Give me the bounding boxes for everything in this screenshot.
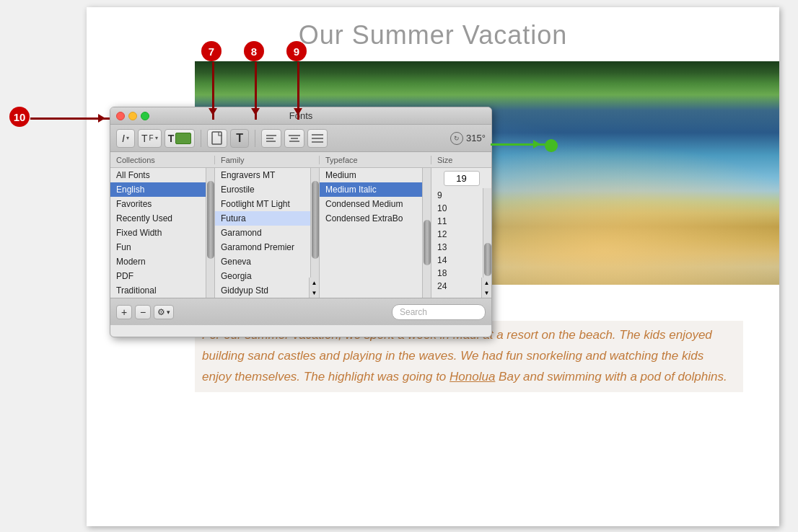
family-georgia[interactable]: Georgia [215, 269, 319, 283]
family-list: Engravers MT Eurostile Footlight MT Ligh… [215, 168, 320, 298]
size-scroll-down[interactable]: ▼ [482, 288, 491, 298]
family-footlight[interactable]: Footlight MT Light [215, 197, 319, 211]
family-scroll-arrows: ▲ ▼ [309, 278, 319, 298]
family-geneva[interactable]: Geneva [215, 254, 319, 269]
typeface-condensed-medium[interactable]: Condensed Medium [320, 197, 431, 211]
family-garamond-premier[interactable]: Garamond Premier [215, 240, 319, 254]
annotation-8: 8 [244, 41, 264, 61]
typeface-medium[interactable]: Medium [320, 168, 431, 182]
family-scroll-thumb[interactable] [312, 181, 319, 259]
typeface-list: Medium Medium Italic Condensed Medium Co… [320, 168, 431, 298]
doc-icon-button[interactable] [207, 129, 227, 148]
collections-header: Collections [110, 156, 215, 164]
family-scroll-down[interactable]: ▼ [310, 288, 319, 298]
arrow-7 [212, 62, 214, 120]
italic-button[interactable]: I ▾ [116, 129, 135, 148]
collection-fun[interactable]: Fun [110, 240, 214, 254]
color-swatch [175, 133, 191, 144]
rotation-display: ↻ 315° [450, 132, 486, 145]
collection-modern[interactable]: Modern [110, 254, 214, 269]
italic-icon: I [122, 133, 125, 144]
text-T-icon: T [168, 133, 175, 144]
align-center-icon [288, 133, 301, 144]
toolbar-separator-1 [201, 130, 201, 147]
collection-favorites[interactable]: Favorites [110, 197, 214, 211]
typeface-medium-italic[interactable]: Medium Italic [320, 182, 431, 197]
family-giddyup[interactable]: Giddyup Std [215, 283, 319, 298]
text-style-icon: T [141, 133, 148, 144]
size-scroll-arrows: ▲ ▼ [481, 278, 491, 298]
size-scroll-up[interactable]: ▲ [482, 278, 491, 288]
italic-dropdown-arrow: ▾ [126, 135, 129, 141]
annotation-10: 10 [9, 107, 30, 127]
collection-traditional[interactable]: Traditional [110, 283, 214, 298]
gear-dropdown-arrow: ▾ [167, 309, 170, 316]
panel-toolbar: I ▾ T F ▾ T T [110, 125, 491, 152]
family-engravers[interactable]: Engravers MT [215, 168, 319, 182]
family-header: Family [215, 156, 320, 164]
arrow-9 [297, 62, 299, 120]
collection-recently-used[interactable]: Recently Used [110, 211, 214, 226]
collection-all-fonts[interactable]: All Fonts [110, 168, 214, 182]
collections-list: All Fonts English Favorites Recently Use… [110, 168, 215, 298]
text-color-button[interactable]: T [165, 129, 196, 148]
family-scroll-up[interactable]: ▲ [310, 278, 319, 288]
green-arrow [491, 143, 545, 146]
svg-rect-0 [212, 132, 222, 144]
family-eurostile[interactable]: Eurostile [215, 182, 319, 197]
gear-icon: ⚙ [157, 307, 165, 317]
collection-fixed-width[interactable]: Fixed Width [110, 226, 214, 240]
family-garamond[interactable]: Garamond [215, 226, 319, 240]
typeface-condensed-extrabo[interactable]: Condensed ExtraBo [320, 211, 431, 226]
green-dot [545, 139, 558, 152]
search-box[interactable]: Search [392, 304, 486, 320]
text-style-dropdown-arrow: ▾ [155, 135, 158, 141]
align-center-button[interactable] [284, 129, 304, 148]
typeface-header: Typeface [320, 156, 431, 164]
arrow-10 [30, 118, 110, 120]
close-button[interactable] [116, 112, 125, 120]
size-column: 9 10 11 12 13 14 18 24 ▲ ▼ [431, 168, 491, 298]
family-futura[interactable]: Futura [215, 211, 319, 226]
titlebar-dots [116, 112, 149, 120]
collections-scroll-thumb[interactable] [207, 181, 214, 259]
annotation-7: 7 [201, 41, 222, 61]
size-header: Size [431, 156, 491, 164]
rotation-circle-icon: ↻ [450, 132, 463, 145]
typeface-scrollbar[interactable] [422, 168, 431, 298]
annotation-9: 9 [286, 41, 307, 61]
typeface-scroll-thumb[interactable] [424, 220, 431, 265]
collection-english[interactable]: English [110, 182, 214, 197]
column-headers: Collections Family Typeface Size [110, 152, 491, 168]
panel-list-area: All Fonts English Favorites Recently Use… [110, 168, 491, 298]
align-left-icon [265, 133, 278, 144]
remove-collection-button[interactable]: − [135, 305, 151, 319]
add-collection-button[interactable]: + [116, 305, 132, 319]
rotation-value: 315° [466, 133, 486, 143]
search-placeholder: Search [400, 307, 427, 317]
line-spacing-icon [311, 133, 324, 144]
text-doc-icon: T [236, 132, 243, 145]
minimize-button[interactable] [128, 112, 137, 120]
maximize-button[interactable] [141, 112, 149, 120]
font-panel: Fonts I ▾ T F ▾ T T [110, 107, 492, 337]
arrow-8 [255, 62, 257, 120]
line-spacing-button[interactable] [307, 129, 328, 148]
size-scroll-thumb[interactable] [484, 243, 491, 276]
collection-pdf[interactable]: PDF [110, 269, 214, 283]
size-input[interactable] [444, 171, 480, 186]
gear-button[interactable]: ⚙ ▾ [154, 305, 174, 319]
text-style-sub: F [149, 134, 154, 142]
align-left-button[interactable] [261, 129, 281, 148]
doc-icon [211, 131, 224, 146]
panel-bottom-bar: + − ⚙ ▾ Search [110, 298, 491, 325]
honolua-link: Honolua [450, 370, 495, 384]
collections-scrollbar[interactable] [206, 168, 214, 298]
text-doc-button[interactable]: T [230, 129, 249, 148]
toolbar-separator-2 [255, 130, 255, 147]
document-title: Our Summer Vacation [87, 7, 779, 58]
text-style-button[interactable]: T F ▾ [138, 129, 162, 148]
